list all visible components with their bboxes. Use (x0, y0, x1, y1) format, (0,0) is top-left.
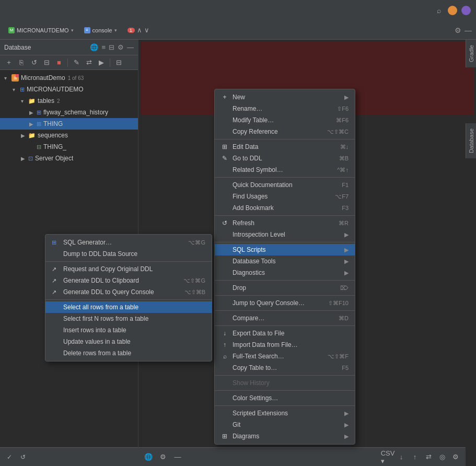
copy-btn[interactable]: ⎘ (16, 57, 27, 68)
search-icon[interactable]: ⌕ (434, 6, 444, 15)
gradle-tab-label: Gradle (468, 45, 474, 62)
tab-project[interactable]: M MICRONAUTDEMO ▾ (4, 25, 78, 36)
submenu-item-dump-ddl[interactable]: Dump to DDL Data Source (45, 248, 212, 260)
shortcut: ⌦ (340, 285, 349, 292)
red-dot (16, 74, 19, 77)
menu-item-scripted-ext[interactable]: Scripted Extensions ▶ (215, 407, 355, 419)
tab-console[interactable]: ≡ console ▾ (80, 25, 121, 36)
menu-item-quick-doc[interactable]: Quick Documentation F1 (215, 179, 355, 191)
menu-item-diagrams[interactable]: ⊞ Diagrams ▶ (215, 430, 355, 442)
menu-label: Database Tools (233, 258, 340, 265)
arrow-icon: ▶ (344, 258, 349, 265)
tree-row[interactable]: ▶ ⊞ flyway_schema_history (0, 107, 138, 118)
tree-badge: 1 of 63 (68, 75, 84, 81)
submenu-item-update[interactable]: Update values in a table (45, 336, 212, 347)
globe-btn[interactable]: 🌐 (143, 451, 154, 463)
submenu-label: Delete rows from a table (63, 349, 131, 357)
menu-item-edit-data[interactable]: ⊞ Edit Data ⌘↓ (215, 141, 355, 153)
rename-icon (221, 105, 228, 112)
submenu-label: Select first N rows from a table (63, 315, 148, 322)
menu-label: Quick Documentation (233, 181, 338, 189)
tree-label: MICRONAUTDEMO (27, 86, 84, 93)
undo-btn[interactable]: ↺ (18, 452, 28, 462)
gradle-tab[interactable]: Gradle (466, 40, 476, 67)
submenu-item-select-first[interactable]: Select first N rows from a table (45, 313, 212, 324)
menu-item-color-settings[interactable]: Color Settings… (215, 392, 355, 404)
menu-label: Export Data to File (233, 330, 349, 337)
tree-row[interactable]: ▶ 📁 sequences (0, 130, 138, 141)
minimize-btn[interactable]: — (172, 451, 183, 463)
menu-item-full-text-search[interactable]: ⌕ Full-Text Search… ⌥⇧⌘F (215, 351, 355, 362)
view-btn[interactable]: ◎ (436, 451, 448, 463)
minimize-icon[interactable]: — (465, 26, 472, 34)
menu-item-jump-query[interactable]: Jump to Query Console… ⇧⌘F10 (215, 297, 355, 309)
shortcut: ⌥⇧⌘C (327, 129, 349, 135)
menu-item-diagnostics[interactable]: Diagnostics ▶ (215, 267, 355, 278)
menu-item-new[interactable]: + New ▶ (215, 91, 355, 103)
shortcut: ⌥⇧⌘F (328, 353, 349, 360)
sync-btn[interactable]: ⇄ (83, 57, 95, 68)
menu-item-refresh[interactable]: ↺ Refresh ⌘R (215, 217, 355, 229)
menu-item-import[interactable]: ↑ Import Data from File… (215, 339, 355, 351)
menu-item-show-history[interactable]: Show History (215, 377, 355, 389)
download-btn[interactable]: ↓ (396, 451, 407, 463)
adjust-icon[interactable]: ⊟ (109, 43, 114, 51)
csv-btn[interactable]: CSV ▾ (382, 451, 393, 463)
add-btn[interactable]: + (3, 57, 15, 68)
purple-icon[interactable] (461, 6, 471, 15)
menu-item-go-to-ddl[interactable]: ✎ Go to DDL ⌘B (215, 153, 355, 164)
menu-label: SQL Scripts (233, 246, 340, 253)
globe-icon[interactable]: 🌐 (90, 43, 98, 51)
upload-btn[interactable]: ↑ (409, 451, 421, 463)
menu-item-copy-table[interactable]: Copy Table to… F5 (215, 362, 355, 374)
tree-row[interactable]: ▾ ⊞ MicronautDemo 1 of 63 (0, 72, 138, 84)
tree-row[interactable]: ▾ ⊞ MICRONAUTDEMO (0, 84, 138, 95)
list-icon[interactable]: ≡ (101, 43, 106, 51)
orange-icon[interactable] (448, 6, 457, 15)
check-btn[interactable]: ✓ (4, 452, 15, 462)
submenu-item-insert[interactable]: Insert rows into a table (45, 324, 212, 336)
stop-btn[interactable]: ■ (53, 57, 65, 68)
menu-item-related[interactable]: Related Symbol… ^⌘↑ (215, 164, 355, 176)
filter-btn[interactable]: ⊟ (113, 57, 124, 68)
tree-row[interactable]: ▶ ⊡ Server Object (0, 153, 138, 164)
database-side-tab[interactable]: Database (466, 123, 476, 158)
settings2-btn[interactable]: ⚙ (450, 451, 461, 463)
gear-icon[interactable]: ⚙ (118, 43, 124, 51)
menu-item-modify-table[interactable]: Modify Table… ⌘F6 (215, 114, 355, 126)
right-bottom-toolbar: 🌐 ⚙ — CSV ▾ ↓ ↑ ⇄ ◎ ⚙ (138, 447, 466, 466)
chevron-down-icon[interactable]: ∨ (144, 26, 149, 34)
close-icon[interactable]: — (127, 43, 134, 51)
submenu-item-delete[interactable]: Delete rows from a table (45, 347, 212, 359)
menu-item-compare[interactable]: Compare… ⌘D (215, 312, 355, 324)
expand-arrow: ▾ (21, 98, 28, 104)
menu-item-sql-scripts[interactable]: SQL Scripts ▶ (215, 244, 355, 255)
submenu-item-sql-generator[interactable]: ⊞ SQL Generator… ⌥⌘G (45, 237, 212, 248)
submenu-item-select-all[interactable]: Select all rows from a table (45, 301, 212, 313)
menu-item-drop[interactable]: Drop ⌦ (215, 282, 355, 294)
menu-item-add-bookmark[interactable]: Add Bookmark F3 (215, 202, 355, 214)
submenu-item-gen-console[interactable]: ↗ Generate DDL to Query Console ⌥⇧⌘B (45, 286, 212, 298)
config-btn[interactable]: ⊟ (41, 57, 52, 68)
chevron-up-icon[interactable]: ∧ (137, 26, 142, 34)
menu-item-introspection[interactable]: Introspection Level ▶ (215, 229, 355, 240)
menu-sep (45, 299, 212, 300)
menu-item-git[interactable]: Git ▶ (215, 419, 355, 430)
edit-btn[interactable]: ✎ (71, 57, 82, 68)
menu-item-copy-ref[interactable]: Copy Reference ⌥⇧⌘C (215, 126, 355, 137)
submenu-item-request-copy[interactable]: ↗ Request and Copy Original DDL (45, 263, 212, 275)
run-btn[interactable]: ▶ (96, 57, 107, 68)
submenu-label: Select all rows from a table (63, 304, 138, 311)
gear-btn[interactable]: ⚙ (157, 451, 169, 463)
tree-row[interactable]: ▶ ⊞ THING (0, 118, 138, 130)
submenu-item-gen-clipboard[interactable]: ↗ Generate DDL to Clipboard ⌥⇧⌘G (45, 275, 212, 286)
menu-item-db-tools[interactable]: Database Tools ▶ (215, 255, 355, 267)
tree-row[interactable]: ⊟ THING_ (0, 141, 138, 153)
settings-icon[interactable]: ⚙ (455, 26, 461, 34)
menu-item-rename[interactable]: Rename… ⇧F6 (215, 103, 355, 114)
tree-row[interactable]: ▾ 📁 tables 2 (0, 95, 138, 107)
refresh-btn[interactable]: ↺ (28, 57, 40, 68)
sync-btn[interactable]: ⇄ (423, 451, 434, 463)
menu-item-export[interactable]: ↓ Export Data to File (215, 328, 355, 339)
menu-item-find-usages[interactable]: Find Usages ⌥F7 (215, 191, 355, 202)
